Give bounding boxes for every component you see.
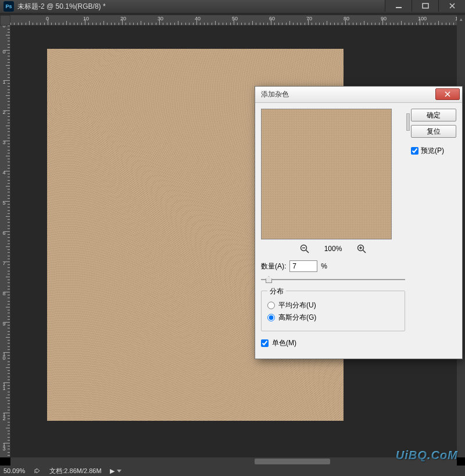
- zoom-in-icon[interactable]: [357, 244, 366, 253]
- app-icon: Ps: [3, 1, 14, 12]
- status-zoom: 50.09%: [3, 467, 25, 474]
- monochrome-checkbox[interactable]: [261, 339, 269, 347]
- scrollbar-horizontal[interactable]: [10, 457, 457, 466]
- monochrome-label: 单色(M): [272, 338, 296, 348]
- uniform-radio[interactable]: [267, 302, 275, 309]
- amount-input[interactable]: [289, 260, 317, 272]
- zoom-value: 100%: [324, 245, 342, 253]
- share-icon[interactable]: [33, 467, 41, 475]
- preview-noise: [262, 109, 391, 239]
- amount-slider[interactable]: [261, 274, 405, 285]
- status-menu-icon[interactable]: ▶: [110, 467, 121, 475]
- svg-rect-1: [423, 3, 428, 8]
- watermark: UiBQ.CoM: [396, 449, 458, 462]
- gaussian-label: 高斯分布(G): [278, 313, 316, 323]
- preview-scroll[interactable]: [406, 109, 410, 239]
- distribution-legend: 分布: [267, 287, 286, 296]
- minimize-button[interactable]: [385, 0, 412, 12]
- gaussian-option[interactable]: 高斯分布(G): [267, 313, 399, 323]
- svg-line-6: [363, 250, 366, 253]
- titlebar: Ps 未标题-2 @ 50.1%(RGB/8) *: [0, 0, 465, 13]
- document-title: 未标题-2 @ 50.1%(RGB/8) *: [17, 2, 106, 12]
- ruler-vertical[interactable]: 10012345678910111213: [0, 26, 10, 457]
- dialog-close-button[interactable]: [435, 88, 460, 100]
- uniform-label: 平均分布(U): [278, 300, 316, 310]
- preview-checkbox[interactable]: [411, 147, 419, 155]
- svg-line-3: [306, 250, 309, 253]
- gaussian-radio[interactable]: [267, 314, 275, 321]
- distribution-group: 分布 平均分布(U) 高斯分布(G): [261, 291, 405, 331]
- uniform-option[interactable]: 平均分布(U): [267, 300, 399, 310]
- ruler-horizontal[interactable]: 0102030405060708090100110: [10, 15, 457, 26]
- amount-unit: %: [321, 262, 327, 270]
- monochrome-option[interactable]: 单色(M): [261, 338, 405, 348]
- status-docsize: 文档:2.86M/2.86M: [49, 467, 101, 475]
- window-controls: [385, 0, 465, 12]
- svg-rect-0: [396, 7, 402, 8]
- dialog-title: 添加杂色: [261, 90, 289, 99]
- scroll-thumb[interactable]: [255, 459, 330, 464]
- slider-handle[interactable]: [266, 276, 272, 283]
- zoom-out-icon[interactable]: [300, 244, 309, 253]
- status-bar: 50.09% 文档:2.86M/2.86M ▶: [0, 466, 465, 476]
- close-button[interactable]: [438, 0, 465, 12]
- maximize-button[interactable]: [412, 0, 438, 12]
- preview-area[interactable]: [261, 109, 392, 239]
- reset-button[interactable]: 复位: [411, 125, 456, 138]
- ruler-corner: [0, 15, 10, 26]
- dialog-titlebar[interactable]: 添加杂色: [255, 87, 462, 103]
- scroll-up-icon[interactable]: ▴: [457, 15, 465, 23]
- preview-option[interactable]: 预览(P): [411, 146, 456, 156]
- preview-label: 预览(P): [421, 146, 444, 156]
- ok-button[interactable]: 确定: [411, 109, 456, 121]
- amount-label: 数量(A):: [261, 262, 286, 271]
- add-noise-dialog: 添加杂色 100% 数量(A): % 分布: [255, 86, 463, 359]
